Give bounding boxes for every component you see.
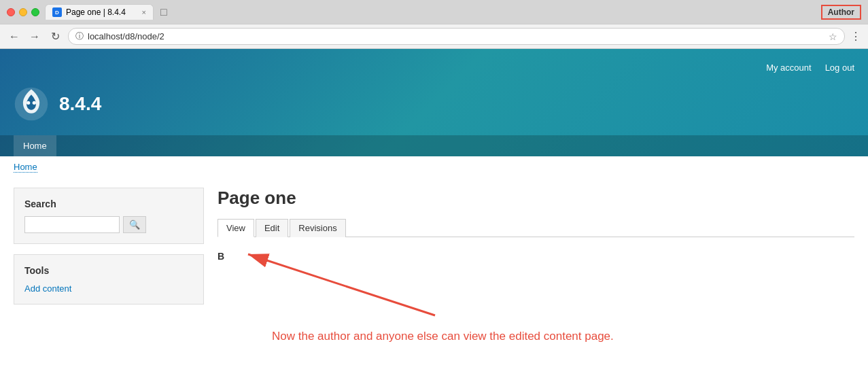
- add-content-link[interactable]: Add content: [24, 283, 71, 294]
- main-content: Page one View Edit Revisions B: [218, 188, 854, 343]
- content-tabs: View Edit Revisions: [218, 219, 854, 237]
- drupal-logo-icon: [14, 86, 49, 122]
- close-window-button[interactable]: [7, 8, 15, 16]
- tab-title: Page one | 8.4.4: [66, 7, 126, 17]
- new-tab-button[interactable]: □: [156, 5, 171, 20]
- svg-line-4: [248, 254, 435, 315]
- search-form: 🔍: [24, 216, 193, 233]
- svg-point-1: [27, 101, 30, 105]
- svg-point-2: [33, 101, 36, 105]
- back-button[interactable]: ←: [7, 29, 22, 44]
- breadcrumb: Home: [0, 156, 868, 177]
- drupal-branding: 8.4.4: [14, 80, 854, 135]
- traffic-lights: [7, 8, 39, 16]
- search-button[interactable]: 🔍: [123, 216, 146, 233]
- search-input[interactable]: [24, 216, 120, 233]
- browser-addressbar: ← → ↻ ⓘ localhost/d8/node/2 ☆ ⋮: [0, 24, 868, 48]
- security-icon: ⓘ: [75, 31, 84, 42]
- annotation-text: Now the author and anyone else can view …: [272, 330, 854, 343]
- tab-bar: D Page one | 8.4.4 × □: [45, 4, 816, 20]
- address-bar[interactable]: ⓘ localhost/d8/node/2 ☆: [68, 28, 845, 45]
- sidebar: Search 🔍 Tools Add content: [14, 188, 204, 343]
- annotation-area: B Now the author and anyone else can vie…: [218, 251, 854, 343]
- tab-favicon-icon: D: [52, 7, 62, 17]
- site-name: 8.4.4: [59, 93, 101, 115]
- search-block: Search 🔍: [14, 188, 204, 244]
- author-button[interactable]: Author: [821, 5, 861, 20]
- breadcrumb-home-link[interactable]: Home: [14, 162, 37, 173]
- browser-chrome: D Page one | 8.4.4 × □ Author ← → ↻ ⓘ lo…: [0, 0, 868, 49]
- drupal-top-nav: My account Log out: [14, 63, 854, 80]
- tab-revisions[interactable]: Revisions: [290, 219, 345, 237]
- tools-block-title: Tools: [24, 265, 193, 276]
- tab-close-button[interactable]: ×: [142, 8, 146, 16]
- bookmark-icon[interactable]: ☆: [829, 31, 837, 42]
- log-out-link[interactable]: Log out: [825, 63, 854, 73]
- search-block-title: Search: [24, 198, 193, 209]
- refresh-button[interactable]: ↻: [48, 29, 63, 44]
- search-icon: 🔍: [129, 220, 140, 230]
- minimize-window-button[interactable]: [19, 8, 27, 16]
- active-tab[interactable]: D Page one | 8.4.4 ×: [45, 4, 154, 20]
- tab-view[interactable]: View: [218, 219, 254, 237]
- tools-block: Tools Add content: [14, 254, 204, 305]
- content-body: B: [218, 251, 854, 262]
- drupal-header: My account Log out 8.4.4 Home: [0, 49, 868, 156]
- nav-home-link[interactable]: Home: [14, 135, 56, 156]
- forward-button[interactable]: →: [27, 29, 42, 44]
- browser-titlebar: D Page one | 8.4.4 × □ Author: [0, 0, 868, 24]
- maximize-window-button[interactable]: [31, 8, 39, 16]
- address-text: localhost/d8/node/2: [88, 31, 824, 41]
- drupal-main-nav: Home: [0, 135, 868, 156]
- page-title: Page one: [218, 188, 854, 209]
- page-body: Search 🔍 Tools Add content Page one View…: [0, 177, 868, 353]
- tab-edit[interactable]: Edit: [256, 219, 288, 237]
- drupal-site: My account Log out 8.4.4 Home Home: [0, 49, 868, 353]
- my-account-link[interactable]: My account: [766, 63, 811, 73]
- browser-menu-icon[interactable]: ⋮: [850, 30, 861, 43]
